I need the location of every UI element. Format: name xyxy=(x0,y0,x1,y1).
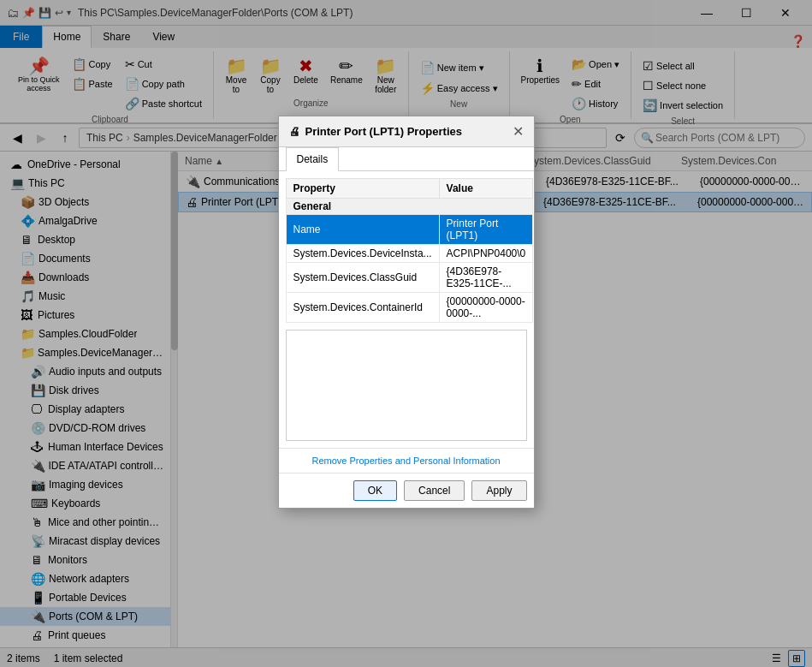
modal-close-button[interactable]: ✕ xyxy=(513,123,524,140)
prop-containerid-label: System.Devices.ContainerId xyxy=(286,293,439,323)
prop-classguid-label: System.Devices.ClassGuid xyxy=(286,263,439,293)
modal-overlay: 🖨 Printer Port (LPT1) Properties ✕ Detai… xyxy=(0,0,812,667)
prop-containerid-value: {00000000-0000-0000-... xyxy=(439,293,533,323)
cancel-button[interactable]: Cancel xyxy=(404,480,465,501)
properties-table: Property Value General Name Printer Port… xyxy=(286,178,534,323)
props-row-classguid[interactable]: System.Devices.ClassGuid {4D36E978-E325-… xyxy=(286,263,533,293)
prop-devinst-value: ACPI\PNP0400\0 xyxy=(439,245,533,263)
prop-classguid-value: {4D36E978-E325-11CE-... xyxy=(439,263,533,293)
props-section-general: General xyxy=(286,199,533,215)
col-property: Property xyxy=(286,179,439,199)
props-row-containerid[interactable]: System.Devices.ContainerId {00000000-000… xyxy=(286,293,533,323)
props-row-devinst[interactable]: System.Devices.DeviceInsta... ACPI\PNP04… xyxy=(286,245,533,263)
prop-name-label: Name xyxy=(286,215,439,245)
modal-buttons: OK Cancel Apply xyxy=(279,473,534,508)
apply-button[interactable]: Apply xyxy=(471,480,526,501)
prop-name-value: Printer Port (LPT1) xyxy=(439,215,533,245)
remove-properties-link[interactable]: Remove Properties and Personal Informati… xyxy=(311,456,500,466)
ok-button[interactable]: OK xyxy=(353,480,397,501)
modal-body: Property Value General Name Printer Port… xyxy=(279,171,534,448)
value-display xyxy=(286,330,527,441)
properties-dialog: 🖨 Printer Port (LPT1) Properties ✕ Detai… xyxy=(278,116,535,509)
modal-tab-details[interactable]: Details xyxy=(286,147,340,171)
modal-tabs: Details xyxy=(279,147,534,171)
modal-title-text: Printer Port (LPT1) Properties xyxy=(305,125,462,138)
prop-devinst-label: System.Devices.DeviceInsta... xyxy=(286,245,439,263)
modal-title-icon: 🖨 xyxy=(289,125,300,138)
props-row-name[interactable]: Name Printer Port (LPT1) xyxy=(286,215,533,245)
modal-footer: Remove Properties and Personal Informati… xyxy=(279,448,534,473)
modal-title-bar: 🖨 Printer Port (LPT1) Properties ✕ xyxy=(279,116,534,147)
col-value: Value xyxy=(439,179,533,199)
